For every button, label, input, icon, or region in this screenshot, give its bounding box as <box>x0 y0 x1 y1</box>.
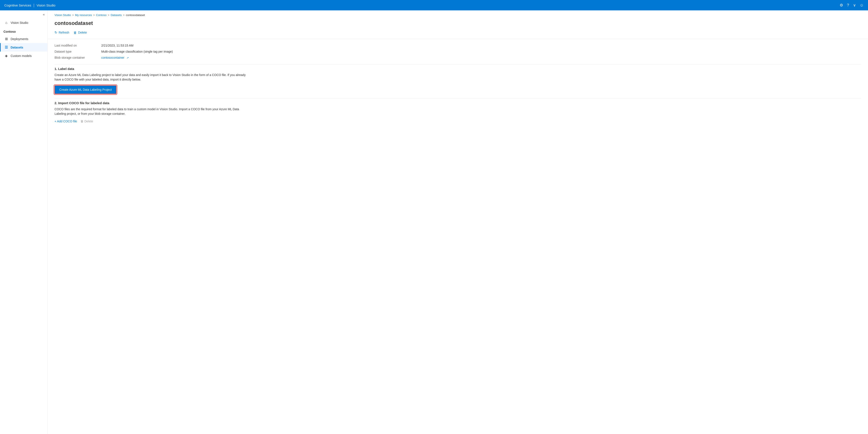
import-coco-title: 2. Import COCO file for labeled data <box>55 101 861 105</box>
label-data-section: 1. Label data Create an Azure ML Data La… <box>48 64 868 98</box>
breadcrumb-my-resources[interactable]: My resources <box>75 13 92 17</box>
delete-coco-icon: 🗑 <box>81 120 84 123</box>
breadcrumb-datasets[interactable]: Datasets <box>111 13 122 17</box>
import-coco-description: COCO files are the required format for l… <box>55 107 249 116</box>
refresh-label: Refresh <box>59 31 69 34</box>
sidebar-section-label: Contoso <box>0 27 48 35</box>
page-toolbar: ↻ Refresh 🗑 Delete <box>48 30 868 39</box>
delete-coco-label: Delete <box>84 120 93 123</box>
blob-storage-link[interactable]: contosocontainer <box>101 56 124 59</box>
dataset-type-label: Dataset type <box>55 49 98 54</box>
label-data-title: 1. Label data <box>55 67 861 70</box>
refresh-button[interactable]: ↻ Refresh <box>55 30 69 35</box>
breadcrumb-sep-3: > <box>108 13 109 17</box>
sidebar-collapse-button[interactable]: « <box>0 10 48 19</box>
import-coco-section: 2. Import COCO file for labeled data COC… <box>48 98 868 127</box>
deployments-icon: ⊞ <box>4 37 8 41</box>
breadcrumb-sep-4: > <box>123 13 124 17</box>
breadcrumb-vision-studio[interactable]: Vision Studio <box>55 13 71 17</box>
header-branding: Cognitive Services | Vision Studio <box>4 3 55 7</box>
breadcrumb: Vision Studio > My resources > Contoso >… <box>48 10 868 19</box>
delete-label: Delete <box>78 31 87 34</box>
header-actions: ⚙ ? ∨ ☺ <box>840 3 864 7</box>
breadcrumb-sep-1: > <box>72 13 74 17</box>
sidebar-datasets-label: Datasets <box>10 46 23 49</box>
last-modified-label: Last modified on <box>55 43 98 48</box>
dataset-type-value: Multi-class image classification (single… <box>101 49 861 54</box>
create-labeling-project-button[interactable]: Create Azure ML Data Labeling Project <box>55 85 117 94</box>
main-layout: « ⌂ Vision Studio Contoso ⊞ Deployments … <box>0 10 868 434</box>
breadcrumb-contoso[interactable]: Contoso <box>96 13 106 17</box>
sidebar-item-custom-models[interactable]: ◈ Custom models <box>0 52 48 60</box>
collapse-icon: « <box>43 12 45 17</box>
sidebar-item-deployments[interactable]: ⊞ Deployments <box>0 35 48 43</box>
settings-icon[interactable]: ⚙ <box>840 3 843 7</box>
user-icon[interactable]: ☺ <box>860 3 864 7</box>
blob-storage-value: contosocontainer ↗ <box>101 55 861 60</box>
header-separator: | <box>33 3 34 7</box>
delete-button[interactable]: 🗑 Delete <box>73 30 87 35</box>
refresh-icon: ↻ <box>55 31 57 34</box>
last-modified-value: 2/21/2023, 11:53:15 AM <box>101 43 861 48</box>
add-coco-file-button[interactable]: + Add COCO file <box>55 120 77 123</box>
home-icon: ⌂ <box>4 21 8 25</box>
app-name: Cognitive Services <box>4 3 31 7</box>
breadcrumb-sep-2: > <box>93 13 95 17</box>
custom-models-icon: ◈ <box>4 54 8 58</box>
delete-coco-button: 🗑 Delete <box>81 120 93 123</box>
blob-storage-label: Blob storage container <box>55 55 98 60</box>
sidebar-home-label: Vision Studio <box>10 21 28 25</box>
sidebar-item-datasets[interactable]: ☰ Datasets <box>0 43 48 52</box>
details-section: Last modified on 2/21/2023, 11:53:15 AM … <box>48 39 868 64</box>
sidebar-deployments-label: Deployments <box>10 37 28 41</box>
chevron-down-icon[interactable]: ∨ <box>853 3 856 7</box>
delete-icon: 🗑 <box>73 31 77 34</box>
sidebar-item-home[interactable]: ⌂ Vision Studio <box>0 19 48 27</box>
app-header: Cognitive Services | Vision Studio ⚙ ? ∨… <box>0 0 868 10</box>
coco-actions: + Add COCO file 🗑 Delete <box>55 120 861 123</box>
page-title: contosodataset <box>48 19 868 30</box>
external-link-icon: ↗ <box>127 56 129 59</box>
datasets-icon: ☰ <box>4 45 8 49</box>
sidebar-custom-models-label: Custom models <box>10 54 32 58</box>
main-content: Vision Studio > My resources > Contoso >… <box>48 10 868 434</box>
product-name: Vision Studio <box>37 3 55 7</box>
breadcrumb-current: contosodataset <box>126 13 145 17</box>
add-coco-label: + Add COCO file <box>55 120 77 123</box>
label-data-description: Create an Azure ML Data Labeling project… <box>55 73 249 82</box>
help-icon[interactable]: ? <box>847 3 849 7</box>
sidebar: « ⌂ Vision Studio Contoso ⊞ Deployments … <box>0 10 48 434</box>
